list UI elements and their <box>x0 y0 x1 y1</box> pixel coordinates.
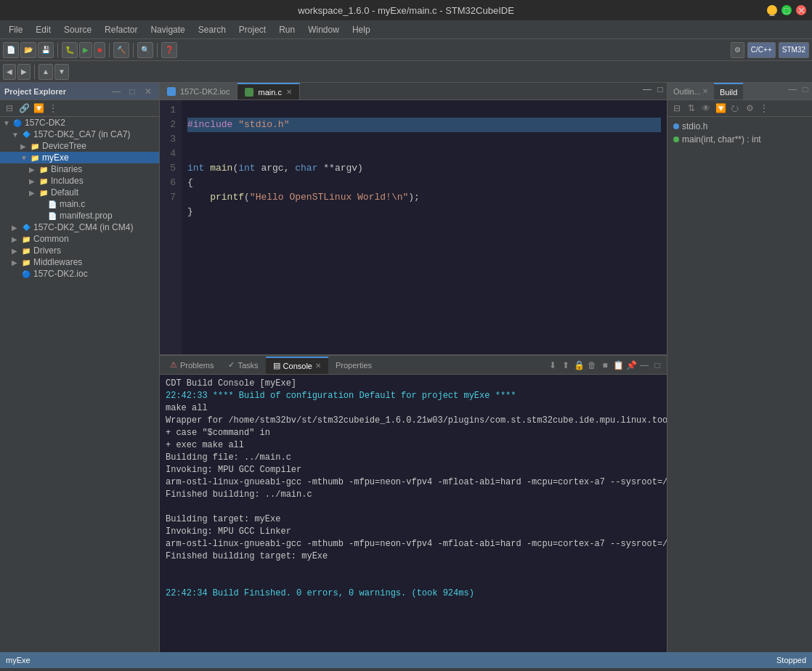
sidebar-close-button[interactable]: ✕ <box>142 85 155 98</box>
tab-tasks[interactable]: ✓ Tasks <box>221 357 265 374</box>
tree-item-157c-dk2-ca7[interactable]: 🔷 157C-DK2_CA7 (in CA7) <box>0 129 159 140</box>
back-button[interactable]: ◀ <box>3 64 16 80</box>
menu-refactor[interactable]: Refactor <box>99 23 143 36</box>
tree-item-default[interactable]: 📁 Default <box>0 187 159 198</box>
menu-file[interactable]: File <box>3 23 28 36</box>
build-button[interactable]: 🔨 <box>113 42 129 58</box>
outline-hide-button[interactable]: 👁 <box>699 102 712 115</box>
tab-console[interactable]: ▤ Console ✕ <box>266 357 328 374</box>
tab-mainc-icon <box>245 88 253 97</box>
stop-button[interactable]: ■ <box>94 42 105 58</box>
tree-item-mainc[interactable]: 📄 main.c <box>0 198 159 210</box>
menu-window[interactable]: Window <box>302 23 345 36</box>
tab-problems[interactable]: ⚠ Problems <box>163 357 221 374</box>
search-button[interactable]: 🔍 <box>137 42 153 58</box>
outline-filter-button[interactable]: 🔽 <box>714 102 727 115</box>
code-line-6: } <box>187 206 193 217</box>
menu-navigate[interactable]: Navigate <box>145 23 190 36</box>
minimize-button[interactable]: _ <box>767 5 777 15</box>
tree-item-157c-dk2[interactable]: 🔵 157C-DK2 <box>0 117 159 129</box>
code-content[interactable]: #include "stdio.h" int main(int argc, ch… <box>182 100 667 354</box>
editor-maximize-button[interactable]: □ <box>654 83 667 96</box>
debug-button[interactable]: 🐛 <box>62 42 78 58</box>
console-lock-button[interactable]: 🔒 <box>572 359 585 372</box>
tree-icon-myexe: 📁 <box>29 152 41 163</box>
more-button[interactable]: ⋮ <box>46 102 60 115</box>
sidebar-title: Project Explorer <box>4 87 66 96</box>
outline-label-main: main(int, char**) : int <box>682 134 761 145</box>
tab-ioc[interactable]: 157C-DK2.ioc <box>160 83 237 99</box>
outline-settings-button[interactable]: ⚙ <box>743 102 756 115</box>
tree-item-157c-dk2-cm4[interactable]: 🔷 157C-DK2_CM4 (in CM4) <box>0 221 159 233</box>
outline-collapse-button[interactable]: ⊟ <box>670 102 683 115</box>
tab-build[interactable]: Build <box>714 83 743 99</box>
tab-outline[interactable]: Outlin... ✕ <box>667 83 714 99</box>
tree-icon-middlewares: 📁 <box>20 257 32 267</box>
tasks-icon: ✓ <box>228 360 235 370</box>
console-minimize-button[interactable]: — <box>638 359 651 372</box>
menu-edit[interactable]: Edit <box>30 23 57 36</box>
outline-maximize-button[interactable]: □ <box>799 83 812 96</box>
console-maximize-button[interactable]: □ <box>651 359 664 372</box>
up-button[interactable]: ▲ <box>38 64 53 80</box>
sidebar-maximize-button[interactable]: □ <box>126 85 139 98</box>
open-button[interactable]: 📂 <box>20 42 36 58</box>
quick-access-button[interactable]: ⚙ <box>731 42 744 58</box>
tab-mainc-close[interactable]: ✕ <box>286 88 292 96</box>
menu-search[interactable]: Search <box>192 23 232 36</box>
sidebar-header: Project Explorer — □ ✕ <box>0 83 159 100</box>
tree-item-drivers[interactable]: 📁 Drivers <box>0 245 159 256</box>
menu-source[interactable]: Source <box>58 23 97 36</box>
run-button[interactable]: ▶ <box>79 42 92 58</box>
console-clear-button[interactable]: 🗑 <box>585 359 598 372</box>
link-editor-button[interactable]: 🔗 <box>17 102 31 115</box>
tree-item-common[interactable]: 📁 Common <box>0 233 159 245</box>
tab-properties[interactable]: Properties <box>328 357 379 374</box>
outline-sort-button[interactable]: ⇅ <box>685 102 698 115</box>
perspective-button[interactable]: C/C++ <box>747 42 776 58</box>
sidebar-minimize-button[interactable]: — <box>110 85 123 98</box>
tree-label-default: Default <box>51 187 78 198</box>
forward-button[interactable]: ▶ <box>17 64 31 80</box>
console-pin-button[interactable]: 📌 <box>625 359 638 372</box>
filter-button[interactable]: 🔽 <box>32 102 45 115</box>
console-up-button[interactable]: ⬆ <box>559 359 572 372</box>
tree-item-myexe[interactable]: 📁 myExe <box>0 152 159 163</box>
console-line-7: Invoking: MPU GCC Compiler <box>166 464 661 476</box>
tree-item-binaries[interactable]: 📁 Binaries <box>0 163 159 175</box>
console-stop-button[interactable]: ■ <box>598 359 612 372</box>
down-button[interactable]: ▼ <box>54 64 69 80</box>
menu-project[interactable]: Project <box>233 23 272 36</box>
save-button[interactable]: 💾 <box>38 42 54 58</box>
toolbar-secondary: ◀ ▶ ▲ ▼ <box>0 61 812 83</box>
tree-item-ioc[interactable]: 🔵 157C-DK2.ioc <box>0 268 159 280</box>
outline-item-stdio[interactable]: stdio.h <box>670 120 809 133</box>
console-content[interactable]: CDT Build Console [myExe] 22:42:33 **** … <box>160 375 667 652</box>
tree-item-middlewares[interactable]: 📁 Middlewares <box>0 256 159 268</box>
tree-item-devicetree[interactable]: 📁 DeviceTree <box>0 140 159 152</box>
tab-mainc[interactable]: main.c ✕ <box>237 83 299 99</box>
outline-more-button[interactable]: ⋮ <box>758 102 771 115</box>
outline-item-main[interactable]: main(int, char**) : int <box>670 133 809 146</box>
tree-label-157c-dk2: 157C-DK2 <box>25 118 65 128</box>
menu-help[interactable]: Help <box>346 23 376 36</box>
console-down-button[interactable]: ⬇ <box>546 359 559 372</box>
tree-item-manifest[interactable]: 📄 manifest.prop <box>0 210 159 221</box>
outline-minimize-button[interactable]: — <box>786 83 799 96</box>
maximize-button[interactable]: □ <box>781 5 792 15</box>
outline-sync-button[interactable]: ⭮ <box>728 102 742 115</box>
help-button[interactable]: ❓ <box>161 42 177 58</box>
menu-run[interactable]: Run <box>273 23 301 36</box>
console-copy-button[interactable]: 📋 <box>612 359 625 372</box>
cube-button[interactable]: STM32 <box>779 42 809 58</box>
editor-minimize-button[interactable]: — <box>641 83 654 96</box>
token-printf: printf <box>210 192 244 203</box>
token-include: #include <box>187 119 232 130</box>
new-button[interactable]: 📄 <box>3 42 19 58</box>
tree-item-includes[interactable]: 📁 Includes <box>0 175 159 187</box>
editor-content[interactable]: 1 2 3 4 5 6 7 #include "stdio.h" int mai… <box>160 100 667 354</box>
tab-outline-close[interactable]: ✕ <box>702 87 708 95</box>
collapse-all-button[interactable]: ⊟ <box>3 102 16 115</box>
tree-icon-common: 📁 <box>20 234 32 244</box>
close-button[interactable]: ✕ <box>796 5 806 15</box>
